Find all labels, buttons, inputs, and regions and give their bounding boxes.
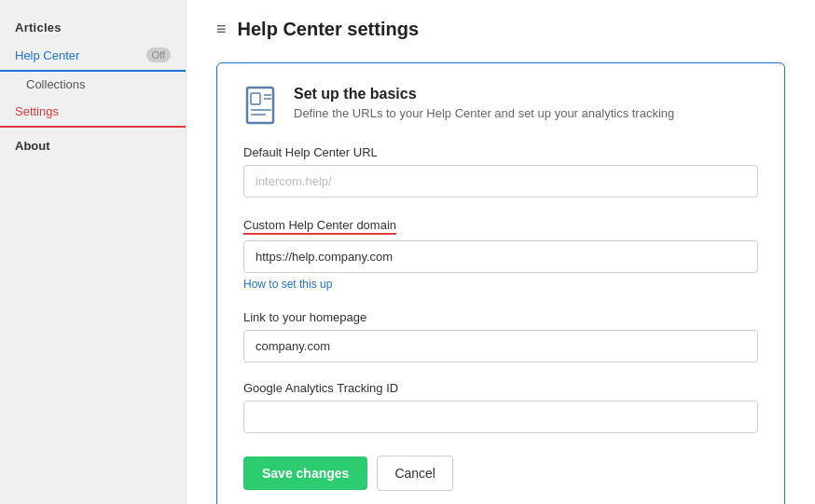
default-url-label: Default Help Center URL — [243, 145, 758, 159]
page-title: Help Center settings — [238, 19, 419, 40]
default-url-field-group: Default Help Center URL — [243, 145, 758, 198]
card-title: Set up the basics — [294, 86, 674, 102]
button-row: Save changes Cancel — [243, 456, 758, 491]
hamburger-icon[interactable]: ≡ — [216, 20, 227, 39]
card-header-text: Set up the basics Define the URLs to you… — [294, 86, 674, 120]
homepage-label: Link to your homepage — [243, 310, 758, 324]
help-center-toggle[interactable]: Off — [146, 48, 171, 62]
save-changes-button[interactable]: Save changes — [243, 456, 367, 490]
analytics-label: Google Analytics Tracking ID — [243, 381, 758, 395]
sidebar-item-help-center-label: Help Center — [15, 48, 79, 62]
card-header: Set up the basics Define the URLs to you… — [243, 86, 758, 127]
analytics-field-group: Google Analytics Tracking ID — [243, 381, 758, 433]
default-url-input[interactable] — [243, 165, 758, 198]
svg-rect-1 — [251, 93, 260, 104]
sidebar-item-collections[interactable]: Collections — [0, 72, 186, 97]
custom-domain-label: Custom Help Center domain — [243, 218, 396, 235]
custom-domain-input[interactable] — [243, 240, 758, 273]
sidebar-item-settings[interactable]: Settings — [0, 97, 186, 128]
homepage-input[interactable] — [243, 330, 758, 362]
cancel-button[interactable]: Cancel — [377, 456, 453, 491]
custom-domain-field-group: Custom Help Center domain How to set thi… — [243, 216, 758, 292]
sidebar-about-header: About — [0, 128, 186, 158]
page-header: ≡ Help Center settings — [216, 19, 785, 40]
sidebar-articles-header: Articles — [0, 15, 186, 40]
document-icon — [243, 86, 281, 127]
settings-card: Set up the basics Define the URLs to you… — [216, 62, 785, 504]
homepage-field-group: Link to your homepage — [243, 310, 758, 362]
sidebar-collections-label: Collections — [26, 77, 86, 91]
how-to-setup-link[interactable]: How to set this up — [243, 278, 332, 291]
sidebar-settings-label: Settings — [15, 104, 59, 118]
sidebar-item-help-center[interactable]: Help Center Off — [0, 40, 186, 72]
card-subtitle: Define the URLs to your Help Center and … — [294, 106, 674, 120]
analytics-input[interactable] — [243, 401, 758, 433]
sidebar: Articles Help Center Off Collections Set… — [0, 0, 186, 504]
main-content: ≡ Help Center settings Set up the basics… — [186, 0, 815, 504]
